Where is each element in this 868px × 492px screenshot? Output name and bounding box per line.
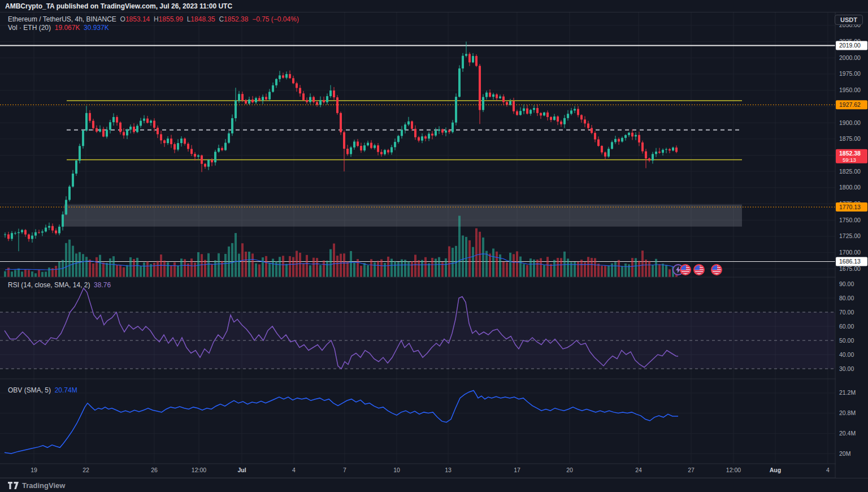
time-tick: 4 (826, 467, 830, 473)
pane-separators (0, 12, 868, 478)
price-chip-2019.00: 2019.00 (836, 41, 867, 50)
rsi-tick: 50.00 (839, 337, 854, 344)
price-tick: 1750.00 (839, 217, 861, 223)
rsi-tick: 80.00 (839, 295, 854, 301)
change-value: −0.75 (−0.04%) (252, 15, 299, 23)
price-tick: 1800.00 (839, 184, 861, 191)
price-tick: 1875.00 (839, 135, 861, 142)
chart-canvas[interactable]: 2050.002025.002000.001975.001950.001925.… (0, 0, 868, 492)
time-axis[interactable]: 19222612:00Jul4710131720242712:00Aug4 (31, 467, 830, 473)
tradingview-brand-link[interactable]: TradingView (22, 481, 65, 490)
price-tick: 1675.00 (839, 265, 861, 272)
volume-ma-value: 30.937K (84, 24, 109, 32)
time-tick: 12:00 (192, 467, 206, 473)
us-flag-event-icon[interactable] (711, 265, 722, 275)
event-markers[interactable] (673, 265, 722, 275)
rsi-tick: 70.00 (839, 309, 854, 316)
svg-text:1686.13: 1686.13 (839, 258, 861, 265)
rsi-band (0, 312, 835, 369)
currency-toggle-button[interactable]: USDT (835, 15, 863, 25)
time-tick: Jul (237, 467, 246, 473)
time-tick: 4 (292, 467, 296, 473)
time-tick: 20 (566, 467, 573, 473)
price-tick: 1825.00 (839, 168, 861, 175)
obv-tick: 20M (839, 450, 850, 457)
obv-legend[interactable]: OBV (SMA, 5) 20.74M (8, 386, 77, 394)
demand-zone-box[interactable] (64, 205, 742, 227)
svg-text:1770.13: 1770.13 (839, 204, 861, 210)
time-tick: 13 (445, 467, 452, 473)
publish-title: AMBCrypto_TA published on TradingView.co… (5, 2, 232, 10)
price-chip-1852.38: 1852.3859:13 (836, 149, 867, 163)
grid (0, 12, 835, 464)
us-flag-event-icon[interactable] (680, 265, 691, 275)
price-axis[interactable]: 2050.002025.002000.001975.001950.001925.… (836, 12, 868, 478)
time-tick: 22 (83, 467, 89, 473)
symbol-title[interactable]: Ethereum / TetherUS, 4h, BINANCE (8, 15, 116, 23)
us-flag-event-icon[interactable] (694, 265, 705, 275)
obv-label[interactable]: OBV (SMA, 5) (8, 386, 51, 394)
open-value: 1853.14 (125, 15, 150, 23)
close-label: C (219, 15, 224, 23)
time-tick: 17 (514, 467, 520, 473)
svg-text:1927.62: 1927.62 (839, 101, 861, 108)
rsi-tick: 30.00 (839, 365, 854, 372)
time-tick: 24 (635, 467, 642, 473)
svg-text:1852.38: 1852.38 (839, 150, 861, 157)
obv-plot[interactable] (5, 391, 678, 454)
price-tick: 1950.00 (839, 87, 861, 93)
high-value: 1855.99 (159, 15, 183, 23)
rsi-legend[interactable]: RSI (14, close, SMA, 14, 2) 38.76 (8, 281, 111, 289)
footer-bar: TradingView (0, 478, 868, 492)
price-tick: 1900.00 (839, 119, 861, 126)
obv-value: 20.74M (55, 386, 77, 394)
price-level-lines[interactable] (0, 46, 835, 262)
time-tick: 10 (393, 467, 400, 473)
svg-text:2019.00: 2019.00 (839, 42, 861, 49)
price-chip-1770.13: 1770.13 (836, 202, 867, 212)
volume-value: 19.067K (55, 24, 80, 32)
price-chip-1686.13: 1686.13 (836, 257, 867, 266)
price-tick: 1725.00 (839, 232, 861, 239)
time-tick: 26 (151, 467, 158, 473)
price-chip-1927.62: 1927.62 (836, 100, 867, 109)
symbol-legend[interactable]: Ethereum / TetherUS, 4h, BINANCE O1853.1… (8, 15, 299, 23)
rsi-tick: 60.00 (839, 323, 854, 330)
obv-tick: 20.8M (839, 409, 856, 416)
obv-tick: 20.4M (839, 430, 856, 437)
price-tick: 1700.00 (839, 249, 861, 256)
svg-text:59:13: 59:13 (843, 157, 856, 163)
high-label: H (154, 15, 159, 23)
low-value: 1848.35 (190, 15, 215, 23)
volume-legend[interactable]: Vol · ETH (20) 19.067K 30.937K (8, 24, 109, 32)
open-label: O (120, 15, 125, 23)
price-tick: 1975.00 (839, 70, 861, 77)
rsi-label[interactable]: RSI (14, close, SMA, 14, 2) (8, 281, 90, 289)
rsi-tick: 40.00 (839, 351, 854, 358)
time-tick: 7 (343, 467, 346, 473)
time-tick: 19 (31, 467, 37, 473)
close-value: 1852.38 (224, 15, 248, 23)
tradingview-logo-icon[interactable] (8, 482, 19, 489)
obv-tick: 21.2M (839, 389, 856, 396)
rsi-value: 38.76 (94, 281, 111, 289)
time-tick: Aug (770, 467, 781, 473)
time-tick: 12:00 (726, 467, 741, 473)
volume-label[interactable]: Vol · ETH (20) (8, 24, 51, 32)
publish-header: AMBCrypto_TA published on TradingView.co… (0, 0, 868, 12)
rsi-tick: 90.00 (839, 280, 854, 287)
tradingview-chart-window: 2050.002025.002000.001975.001950.001925.… (0, 0, 868, 492)
obv-line (5, 391, 678, 454)
time-tick: 27 (688, 467, 695, 473)
price-tick: 2000.00 (839, 54, 861, 61)
